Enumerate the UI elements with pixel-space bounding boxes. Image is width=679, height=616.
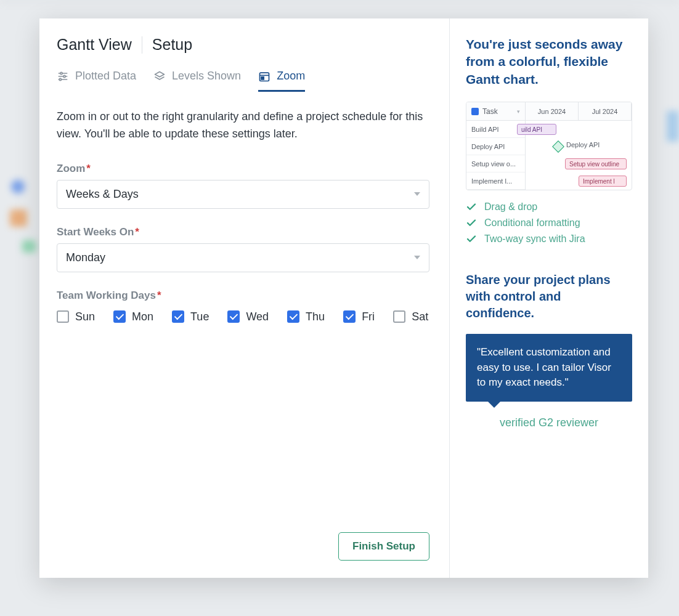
day-checkbox-thu[interactable]: Thu	[287, 310, 325, 323]
milestone-diamond-icon	[552, 140, 564, 153]
chevron-down-icon: ▾	[517, 108, 520, 115]
svg-marker-6	[155, 71, 165, 76]
layers-icon	[153, 70, 166, 83]
field-working-days: Team Working Days* SunMonTueWedThuFriSat	[57, 290, 429, 323]
tab-label: Plotted Data	[75, 70, 136, 83]
required-mark: *	[86, 163, 91, 174]
feature-item: Two-way sync with Jira	[466, 231, 632, 247]
feature-text: Drag & drop	[484, 201, 537, 213]
tab-zoom[interactable]: Zoom	[258, 65, 305, 92]
setup-modal: Gantt View Setup Plotted Data Levels Sho…	[39, 18, 648, 578]
checkbox-icon	[227, 310, 240, 323]
gantt-preview: Task ▾ Build API Deploy API Setup view o…	[466, 102, 632, 190]
field-zoom: Zoom* Weeks & Days	[57, 163, 429, 209]
field-label: Zoom*	[57, 163, 429, 175]
finish-setup-button[interactable]: Finish Setup	[338, 532, 429, 561]
feature-list: Drag & dropConditional formattingTwo-way…	[466, 199, 632, 247]
checkbox-icon	[287, 310, 299, 323]
feature-item: Conditional formatting	[466, 215, 632, 231]
day-label: Wed	[246, 310, 269, 323]
day-label: Fri	[362, 310, 375, 323]
day-checkbox-fri[interactable]: Fri	[343, 310, 375, 323]
feature-text: Two-way sync with Jira	[484, 233, 585, 245]
modal-header: Gantt View Setup	[57, 36, 429, 54]
setup-tabs: Plotted Data Levels Shown Zoom	[57, 65, 429, 92]
field-label: Start Weeks On*	[57, 226, 429, 238]
side-heading-1: You're just seconds away from a colorful…	[466, 36, 632, 88]
month-label: Jun 2024	[526, 102, 579, 120]
day-label: Thu	[306, 310, 325, 323]
modal-footer: Finish Setup	[57, 532, 429, 561]
select-value: Monday	[66, 251, 105, 264]
preview-bar-implement: Implement l	[579, 176, 627, 187]
preview-row-label: Implement l...	[466, 172, 525, 190]
day-label: Mon	[132, 310, 153, 323]
preview-bar-setup: Setup view outline	[565, 158, 627, 169]
side-panel: You're just seconds away from a colorful…	[450, 18, 648, 578]
day-checkbox-tue[interactable]: Tue	[172, 310, 209, 323]
view-subtitle: Setup	[152, 36, 192, 54]
chevron-down-icon	[414, 256, 420, 259]
tab-levels-shown[interactable]: Levels Shown	[153, 65, 241, 92]
day-checkbox-sat[interactable]: Sat	[393, 310, 428, 323]
sliders-icon	[57, 70, 69, 83]
preview-label-column: Task ▾ Build API Deploy API Setup view o…	[466, 102, 526, 190]
svg-rect-9	[261, 76, 264, 79]
checkbox-icon	[343, 310, 356, 323]
field-label-text: Team Working Days	[57, 290, 156, 301]
preview-timeline: Jun 2024 Jul 2024 uild API Deploy API Se…	[526, 102, 632, 190]
view-title: Gantt View	[57, 36, 132, 54]
day-checkbox-sun[interactable]: Sun	[57, 310, 95, 323]
preview-bar-deploy: Deploy API	[566, 141, 600, 148]
preview-row-label: Deploy API	[466, 138, 525, 155]
svg-point-4	[63, 75, 65, 77]
feature-text: Conditional formatting	[484, 217, 580, 229]
preview-bar-build: uild API	[517, 124, 556, 135]
checkbox-icon	[113, 310, 126, 323]
zoom-select[interactable]: Weeks & Days	[57, 180, 429, 209]
tab-label: Zoom	[277, 70, 305, 83]
preview-bars: uild API Deploy API Setup view outline I…	[526, 121, 632, 190]
month-label: Jul 2024	[579, 102, 632, 120]
check-icon	[466, 217, 477, 229]
field-start-weeks-on: Start Weeks On* Monday	[57, 226, 429, 272]
day-label: Tue	[190, 310, 209, 323]
field-label: Team Working Days*	[57, 290, 429, 302]
start-weeks-select[interactable]: Monday	[57, 243, 429, 272]
day-label: Sun	[75, 310, 95, 323]
feature-item: Drag & drop	[466, 199, 632, 215]
task-header-text: Task	[482, 107, 498, 116]
day-label: Sat	[412, 310, 428, 323]
working-days-row: SunMonTueWedThuFriSat	[57, 307, 429, 323]
preview-row-label: Setup view o...	[466, 155, 525, 172]
day-checkbox-mon[interactable]: Mon	[113, 310, 153, 323]
side-heading-2: Share your project plans with control an…	[466, 272, 632, 322]
tab-description: Zoom in or out to the right granularity …	[57, 108, 426, 143]
check-icon	[466, 233, 477, 245]
preview-timeline-header: Jun 2024 Jul 2024	[526, 102, 632, 121]
task-icon	[471, 108, 479, 115]
required-mark: *	[135, 226, 139, 238]
chevron-down-icon	[414, 192, 420, 196]
required-mark: *	[157, 290, 161, 301]
preview-row-label: Build API	[466, 121, 525, 138]
header-divider	[142, 36, 142, 54]
svg-point-3	[60, 72, 62, 74]
testimonial-quote: "Excellent customization and easy to use…	[466, 334, 632, 402]
checkbox-icon	[393, 310, 405, 323]
svg-point-5	[59, 78, 61, 80]
preview-task-header: Task ▾	[466, 102, 525, 121]
day-checkbox-wed[interactable]: Wed	[227, 310, 269, 323]
main-panel: Gantt View Setup Plotted Data Levels Sho…	[39, 18, 450, 578]
calendar-icon	[258, 70, 270, 83]
checkbox-icon	[57, 310, 69, 323]
tab-label: Levels Shown	[172, 70, 241, 83]
tab-plotted-data[interactable]: Plotted Data	[57, 65, 136, 92]
field-label-text: Start Weeks On	[57, 226, 134, 238]
select-value: Weeks & Days	[66, 188, 139, 201]
check-icon	[466, 201, 477, 213]
checkbox-icon	[172, 310, 184, 323]
field-label-text: Zoom	[57, 163, 85, 174]
testimonial-attribution: verified G2 reviewer	[466, 416, 632, 429]
